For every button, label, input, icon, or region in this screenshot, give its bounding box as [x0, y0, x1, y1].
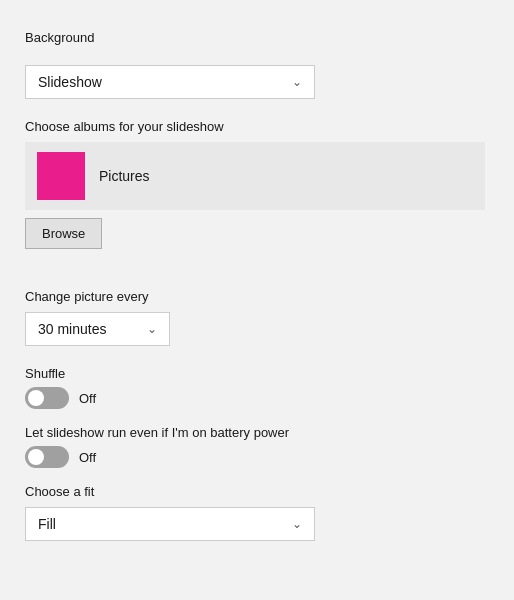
settings-panel: Background Slideshow ⌄ Choose albums for… [20, 20, 494, 551]
fit-dropdown[interactable]: Fill ⌄ [25, 507, 315, 541]
battery-row: Off [25, 446, 489, 468]
battery-section: Let slideshow run even if I'm on battery… [25, 425, 489, 468]
change-picture-section: Change picture every 30 minutes ⌄ [25, 289, 489, 346]
shuffle-toggle[interactable] [25, 387, 69, 409]
fit-value: Fill [38, 516, 56, 532]
albums-title: Choose albums for your slideshow [25, 119, 489, 134]
fit-chevron-icon: ⌄ [292, 517, 302, 531]
browse-button[interactable]: Browse [25, 218, 102, 249]
shuffle-label: Shuffle [25, 366, 489, 381]
fit-section: Choose a fit Fill ⌄ [25, 484, 489, 541]
album-thumbnail [37, 152, 85, 200]
battery-label: Let slideshow run even if I'm on battery… [25, 425, 489, 440]
shuffle-status: Off [79, 391, 96, 406]
background-dropdown-chevron-icon: ⌄ [292, 75, 302, 89]
shuffle-toggle-thumb [28, 390, 44, 406]
change-picture-dropdown[interactable]: 30 minutes ⌄ [25, 312, 170, 346]
battery-toggle-thumb [28, 449, 44, 465]
background-label: Background [25, 30, 489, 45]
battery-toggle[interactable] [25, 446, 69, 468]
change-picture-label: Change picture every [25, 289, 489, 304]
change-picture-value: 30 minutes [38, 321, 106, 337]
background-dropdown[interactable]: Slideshow ⌄ [25, 65, 315, 99]
change-picture-chevron-icon: ⌄ [147, 322, 157, 336]
battery-status: Off [79, 450, 96, 465]
shuffle-section: Shuffle Off [25, 366, 489, 409]
album-name: Pictures [99, 168, 150, 184]
albums-section: Choose albums for your slideshow Picture… [25, 119, 489, 269]
album-item[interactable]: Pictures [25, 142, 485, 210]
background-dropdown-value: Slideshow [38, 74, 102, 90]
shuffle-row: Off [25, 387, 489, 409]
fit-label: Choose a fit [25, 484, 489, 499]
